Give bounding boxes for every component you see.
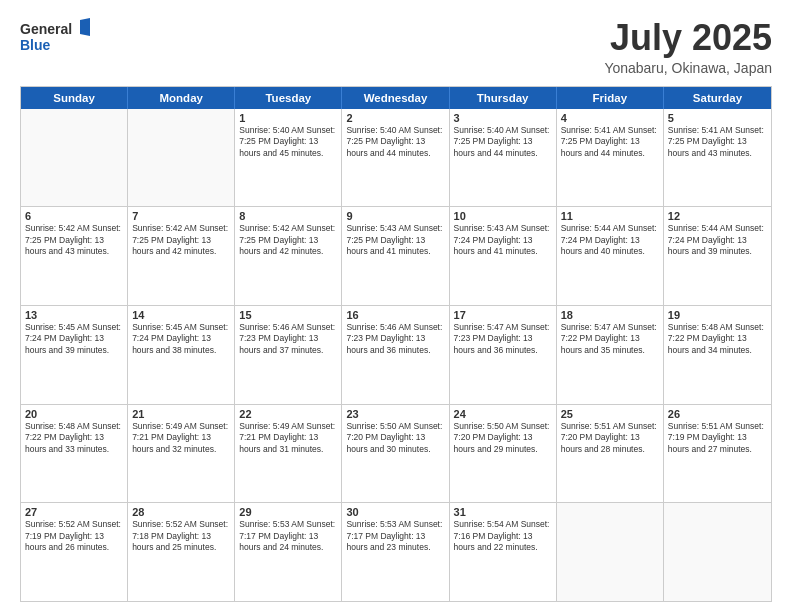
- cell-text: Sunrise: 5:53 AM Sunset: 7:17 PM Dayligh…: [346, 519, 444, 553]
- cal-cell: 4Sunrise: 5:41 AM Sunset: 7:25 PM Daylig…: [557, 109, 664, 207]
- header-day-tuesday: Tuesday: [235, 87, 342, 109]
- cal-cell: [664, 503, 771, 601]
- cal-cell: 22Sunrise: 5:49 AM Sunset: 7:21 PM Dayli…: [235, 405, 342, 503]
- cell-text: Sunrise: 5:42 AM Sunset: 7:25 PM Dayligh…: [239, 223, 337, 257]
- page: General Blue July 2025 Yonabaru, Okinawa…: [0, 0, 792, 612]
- day-number: 5: [668, 112, 767, 124]
- day-number: 1: [239, 112, 337, 124]
- cal-cell: 1Sunrise: 5:40 AM Sunset: 7:25 PM Daylig…: [235, 109, 342, 207]
- cal-cell: 16Sunrise: 5:46 AM Sunset: 7:23 PM Dayli…: [342, 306, 449, 404]
- logo-svg: General Blue: [20, 18, 90, 56]
- cell-text: Sunrise: 5:47 AM Sunset: 7:23 PM Dayligh…: [454, 322, 552, 356]
- day-number: 9: [346, 210, 444, 222]
- cell-text: Sunrise: 5:52 AM Sunset: 7:19 PM Dayligh…: [25, 519, 123, 553]
- cell-text: Sunrise: 5:48 AM Sunset: 7:22 PM Dayligh…: [25, 421, 123, 455]
- cell-text: Sunrise: 5:46 AM Sunset: 7:23 PM Dayligh…: [239, 322, 337, 356]
- day-number: 7: [132, 210, 230, 222]
- cell-text: Sunrise: 5:40 AM Sunset: 7:25 PM Dayligh…: [346, 125, 444, 159]
- cal-cell: 20Sunrise: 5:48 AM Sunset: 7:22 PM Dayli…: [21, 405, 128, 503]
- day-number: 8: [239, 210, 337, 222]
- header-day-thursday: Thursday: [450, 87, 557, 109]
- cell-text: Sunrise: 5:53 AM Sunset: 7:17 PM Dayligh…: [239, 519, 337, 553]
- cal-cell: 3Sunrise: 5:40 AM Sunset: 7:25 PM Daylig…: [450, 109, 557, 207]
- cell-text: Sunrise: 5:41 AM Sunset: 7:25 PM Dayligh…: [561, 125, 659, 159]
- day-number: 2: [346, 112, 444, 124]
- cal-cell: 23Sunrise: 5:50 AM Sunset: 7:20 PM Dayli…: [342, 405, 449, 503]
- day-number: 17: [454, 309, 552, 321]
- cal-cell: 31Sunrise: 5:54 AM Sunset: 7:16 PM Dayli…: [450, 503, 557, 601]
- day-number: 18: [561, 309, 659, 321]
- day-number: 15: [239, 309, 337, 321]
- cal-cell: 18Sunrise: 5:47 AM Sunset: 7:22 PM Dayli…: [557, 306, 664, 404]
- cal-cell: 8Sunrise: 5:42 AM Sunset: 7:25 PM Daylig…: [235, 207, 342, 305]
- cell-text: Sunrise: 5:44 AM Sunset: 7:24 PM Dayligh…: [561, 223, 659, 257]
- cal-cell: 6Sunrise: 5:42 AM Sunset: 7:25 PM Daylig…: [21, 207, 128, 305]
- cell-text: Sunrise: 5:51 AM Sunset: 7:20 PM Dayligh…: [561, 421, 659, 455]
- header-day-sunday: Sunday: [21, 87, 128, 109]
- day-number: 3: [454, 112, 552, 124]
- cell-text: Sunrise: 5:42 AM Sunset: 7:25 PM Dayligh…: [25, 223, 123, 257]
- cal-row-4: 20Sunrise: 5:48 AM Sunset: 7:22 PM Dayli…: [21, 404, 771, 503]
- cell-text: Sunrise: 5:43 AM Sunset: 7:24 PM Dayligh…: [454, 223, 552, 257]
- cal-row-2: 6Sunrise: 5:42 AM Sunset: 7:25 PM Daylig…: [21, 206, 771, 305]
- day-number: 27: [25, 506, 123, 518]
- day-number: 28: [132, 506, 230, 518]
- cell-text: Sunrise: 5:49 AM Sunset: 7:21 PM Dayligh…: [239, 421, 337, 455]
- cell-text: Sunrise: 5:45 AM Sunset: 7:24 PM Dayligh…: [132, 322, 230, 356]
- header-day-friday: Friday: [557, 87, 664, 109]
- day-number: 29: [239, 506, 337, 518]
- cal-cell: 7Sunrise: 5:42 AM Sunset: 7:25 PM Daylig…: [128, 207, 235, 305]
- day-number: 25: [561, 408, 659, 420]
- cell-text: Sunrise: 5:44 AM Sunset: 7:24 PM Dayligh…: [668, 223, 767, 257]
- svg-text:General: General: [20, 21, 72, 37]
- cell-text: Sunrise: 5:46 AM Sunset: 7:23 PM Dayligh…: [346, 322, 444, 356]
- cal-cell: 17Sunrise: 5:47 AM Sunset: 7:23 PM Dayli…: [450, 306, 557, 404]
- cell-text: Sunrise: 5:40 AM Sunset: 7:25 PM Dayligh…: [454, 125, 552, 159]
- cell-text: Sunrise: 5:51 AM Sunset: 7:19 PM Dayligh…: [668, 421, 767, 455]
- header-day-wednesday: Wednesday: [342, 87, 449, 109]
- day-number: 20: [25, 408, 123, 420]
- cal-cell: [128, 109, 235, 207]
- day-number: 6: [25, 210, 123, 222]
- cal-cell: 10Sunrise: 5:43 AM Sunset: 7:24 PM Dayli…: [450, 207, 557, 305]
- day-number: 24: [454, 408, 552, 420]
- cell-text: Sunrise: 5:47 AM Sunset: 7:22 PM Dayligh…: [561, 322, 659, 356]
- day-number: 12: [668, 210, 767, 222]
- header-day-saturday: Saturday: [664, 87, 771, 109]
- cell-text: Sunrise: 5:52 AM Sunset: 7:18 PM Dayligh…: [132, 519, 230, 553]
- cell-text: Sunrise: 5:40 AM Sunset: 7:25 PM Dayligh…: [239, 125, 337, 159]
- cal-cell: 21Sunrise: 5:49 AM Sunset: 7:21 PM Dayli…: [128, 405, 235, 503]
- cal-cell: 27Sunrise: 5:52 AM Sunset: 7:19 PM Dayli…: [21, 503, 128, 601]
- month-title: July 2025: [604, 18, 772, 58]
- day-number: 23: [346, 408, 444, 420]
- cal-cell: 14Sunrise: 5:45 AM Sunset: 7:24 PM Dayli…: [128, 306, 235, 404]
- cal-cell: 29Sunrise: 5:53 AM Sunset: 7:17 PM Dayli…: [235, 503, 342, 601]
- cell-text: Sunrise: 5:43 AM Sunset: 7:25 PM Dayligh…: [346, 223, 444, 257]
- cell-text: Sunrise: 5:50 AM Sunset: 7:20 PM Dayligh…: [454, 421, 552, 455]
- calendar: SundayMondayTuesdayWednesdayThursdayFrid…: [20, 86, 772, 602]
- day-number: 13: [25, 309, 123, 321]
- day-number: 26: [668, 408, 767, 420]
- cell-text: Sunrise: 5:54 AM Sunset: 7:16 PM Dayligh…: [454, 519, 552, 553]
- logo: General Blue: [20, 18, 90, 56]
- cal-cell: 30Sunrise: 5:53 AM Sunset: 7:17 PM Dayli…: [342, 503, 449, 601]
- cal-cell: [21, 109, 128, 207]
- cal-cell: 19Sunrise: 5:48 AM Sunset: 7:22 PM Dayli…: [664, 306, 771, 404]
- cell-text: Sunrise: 5:45 AM Sunset: 7:24 PM Dayligh…: [25, 322, 123, 356]
- cell-text: Sunrise: 5:41 AM Sunset: 7:25 PM Dayligh…: [668, 125, 767, 159]
- calendar-body: 1Sunrise: 5:40 AM Sunset: 7:25 PM Daylig…: [21, 109, 771, 601]
- calendar-header: SundayMondayTuesdayWednesdayThursdayFrid…: [21, 87, 771, 109]
- cal-row-1: 1Sunrise: 5:40 AM Sunset: 7:25 PM Daylig…: [21, 109, 771, 207]
- svg-marker-2: [80, 18, 90, 36]
- day-number: 19: [668, 309, 767, 321]
- cal-cell: 12Sunrise: 5:44 AM Sunset: 7:24 PM Dayli…: [664, 207, 771, 305]
- cal-row-5: 27Sunrise: 5:52 AM Sunset: 7:19 PM Dayli…: [21, 502, 771, 601]
- cal-cell: [557, 503, 664, 601]
- header: General Blue July 2025 Yonabaru, Okinawa…: [20, 18, 772, 76]
- cal-cell: 15Sunrise: 5:46 AM Sunset: 7:23 PM Dayli…: [235, 306, 342, 404]
- cal-row-3: 13Sunrise: 5:45 AM Sunset: 7:24 PM Dayli…: [21, 305, 771, 404]
- cal-cell: 2Sunrise: 5:40 AM Sunset: 7:25 PM Daylig…: [342, 109, 449, 207]
- cal-cell: 11Sunrise: 5:44 AM Sunset: 7:24 PM Dayli…: [557, 207, 664, 305]
- cal-cell: 13Sunrise: 5:45 AM Sunset: 7:24 PM Dayli…: [21, 306, 128, 404]
- day-number: 21: [132, 408, 230, 420]
